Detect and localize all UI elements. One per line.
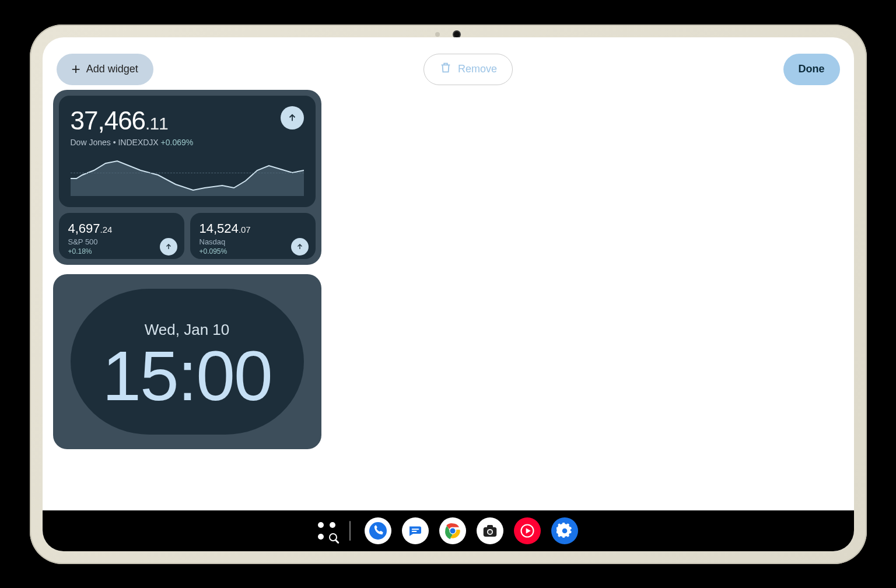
plus-icon [72,61,80,77]
trash-icon [439,61,452,77]
phone-app[interactable] [365,517,391,544]
svg-rect-2 [412,528,419,530]
svg-point-10 [488,530,492,534]
svg-rect-8 [487,525,493,528]
taskbar-divider [349,521,351,541]
settings-app[interactable] [551,517,578,544]
trend-up-icon [281,106,304,130]
stocks-main-card[interactable]: 37,466.11 Dow Jones • INDEXDJX +0.069% [59,96,316,207]
clock-time: 15:00 [102,339,271,412]
svg-rect-3 [412,531,417,532]
svg-point-6 [450,528,455,533]
done-label: Done [799,63,825,75]
widget-editor-topbar: Add widget Remove Done [43,37,854,90]
widget-canvas[interactable]: 37,466.11 Dow Jones • INDEXDJX +0.069% [43,90,854,510]
done-button[interactable]: Done [783,54,840,85]
remove-button[interactable]: Remove [424,54,513,85]
camera-app[interactable] [477,517,503,544]
tablet-bezel: Add widget Remove Done 37,466.11 [30,24,867,564]
stocks-main-subtitle: Dow Jones • INDEXDJX +0.069% [71,138,304,147]
messages-app[interactable] [402,517,429,544]
add-widget-label: Add widget [86,63,138,75]
clock-widget[interactable]: Wed, Jan 10 15:00 [53,274,321,449]
stocks-mini-nasdaq[interactable]: 14,524.07 Nasdaq +0.095% [190,213,316,259]
stocks-widget[interactable]: 37,466.11 Dow Jones • INDEXDJX +0.069% [53,90,321,265]
trend-up-icon [160,238,177,256]
chrome-app[interactable] [439,517,466,544]
stocks-sparkline [71,155,304,196]
remove-label: Remove [458,63,497,75]
trend-up-icon [291,238,309,256]
taskbar [43,510,854,551]
add-widget-button[interactable]: Add widget [57,54,153,85]
youtube-music-app[interactable] [514,517,541,544]
clock-face: Wed, Jan 10 15:00 [71,289,304,435]
stocks-main-value: 37,466.11 [71,106,304,135]
screen: Add widget Remove Done 37,466.11 [43,37,854,551]
stocks-mini-sp500[interactable]: 4,697.24 S&P 500 +0.18% [59,213,184,259]
app-drawer-button[interactable] [318,522,335,540]
